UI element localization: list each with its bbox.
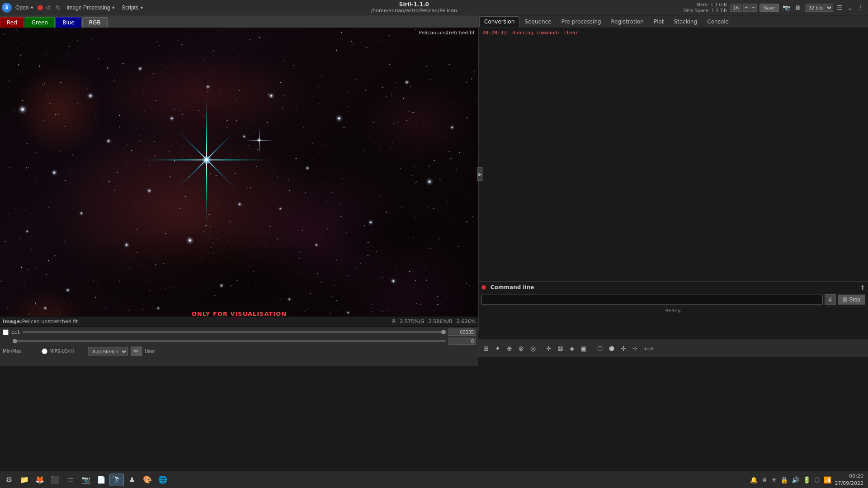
tool-grid-btn[interactable]: ⊗ — [516, 343, 527, 354]
tab-console[interactable]: Console — [702, 16, 734, 27]
threads-control: 16 + − — [730, 4, 757, 12]
thread-increase-button[interactable]: + — [743, 4, 750, 12]
tab-green[interactable]: Green — [25, 17, 55, 28]
taskbar-filemanager-app[interactable]: 🗂 — [63, 474, 78, 486]
redo-button[interactable]: ↻ — [54, 3, 63, 12]
mipslohi-label: MIPS-LO/HI — [49, 349, 85, 354]
taskbar-screenshot-app[interactable]: 📷 — [79, 474, 93, 486]
network-icon[interactable]: 📶 — [824, 476, 831, 483]
clock-date: 27/09/2022 — [835, 480, 863, 487]
tool-mask-btn[interactable]: ⬡ — [594, 343, 605, 354]
open-label: Open — [15, 5, 28, 11]
tool-paint-btn[interactable]: ⬢ — [606, 343, 617, 354]
autostretch-select[interactable]: AutoStretch HiSt LoSt — [88, 347, 128, 356]
tool-compass-btn[interactable]: ◎ — [528, 343, 538, 354]
cmd-label: Command line — [488, 283, 537, 291]
thread-decrease-button[interactable]: − — [750, 4, 757, 12]
taskbar-browser2-app[interactable]: 🌐 — [156, 474, 170, 486]
record-button[interactable] — [38, 5, 43, 10]
command-line-area: Command line ⬆ # Stop Ready. — [478, 281, 868, 331]
thread-count-input[interactable]: 16 — [730, 4, 742, 12]
taskbar-xboard-app[interactable]: ♟ — [125, 474, 139, 486]
undo-button[interactable]: ↺ — [44, 3, 53, 12]
cmd-hash-button[interactable]: # — [825, 294, 836, 305]
stop-label: Stop — [849, 296, 860, 303]
bottom-toolbar: ⊞ ✦ ⊕ ⊗ ◎ ✛ ⊠ ◈ ▣ ⬡ ⬢ ✛ ⊹ ⟺ — [478, 339, 868, 357]
tab-registration[interactable]: Registration — [606, 16, 649, 27]
tool-photometry-btn[interactable]: ✦ — [492, 343, 503, 354]
hamburger-icon-button[interactable]: ☰ — [836, 3, 844, 12]
more-icon-button[interactable]: ⋮ — [856, 3, 864, 12]
tool-zoom-fit-btn[interactable]: ◈ — [567, 343, 577, 354]
image-area[interactable]: Pelican-unstretched.fit ONLY FOR VISUALI… — [0, 28, 478, 326]
tab-stacking[interactable]: Stacking — [669, 16, 703, 27]
taskbar-terminal-app[interactable]: ⬛ — [48, 474, 62, 486]
cmd-export-icon[interactable]: ⬆ — [860, 284, 865, 291]
app-icon: S — [2, 3, 12, 13]
taskbar: ⚙ 📁 🦊 ⬛ 🗂 📷 📄 🔭 ♟ 🎨 🌐 🔔 🖥 ☀ 🔒 🔊 🔋 ⬡ 📶 00… — [0, 471, 868, 488]
taskbar-settings-app[interactable]: ⚙ — [2, 474, 16, 486]
tool-measure-btn[interactable]: ⟺ — [642, 343, 656, 354]
battery-icon[interactable]: 🔋 — [803, 476, 811, 483]
tab-plot[interactable]: Plot — [649, 16, 669, 27]
taskbar-gimp-app[interactable]: 🎨 — [140, 474, 155, 486]
taskbar-siril-app[interactable]: 🔭 — [109, 474, 124, 486]
channel-tabs: Red Green Blue RGB — [0, 15, 478, 28]
stop-icon — [843, 297, 847, 302]
lower-slider[interactable] — [13, 340, 446, 342]
mipslohi-radio[interactable] — [42, 348, 47, 354]
save-button[interactable]: Save — [760, 4, 779, 12]
brightness-icon[interactable]: ☀ — [771, 476, 777, 483]
tab-red[interactable]: Red — [0, 17, 24, 28]
tab-preprocessing[interactable]: Pre-processing — [556, 16, 606, 27]
cut-checkbox[interactable] — [3, 329, 9, 335]
tool-wcs-btn[interactable]: ⊕ — [504, 343, 515, 354]
image-filename-status: Pelican-unstretched.fit — [22, 319, 78, 324]
open-button[interactable]: Open ▼ — [13, 4, 37, 12]
tab-conversion[interactable]: Conversion — [479, 16, 519, 27]
tool-star-btn[interactable]: ✛ — [618, 343, 629, 354]
expand-icon-button[interactable]: ⌄ — [846, 3, 854, 12]
bluetooth-icon[interactable]: ⬡ — [814, 476, 820, 483]
clock: 00:20 27/09/2022 — [835, 473, 863, 487]
notification-icon[interactable]: 🔔 — [750, 476, 758, 483]
right-panel-tabs: Conversion Sequence Pre-processing Regis… — [478, 15, 868, 28]
tab-sequence[interactable]: Sequence — [519, 16, 556, 27]
tool-catalog-btn[interactable]: ⊹ — [630, 343, 641, 354]
tool-zoom-1-btn[interactable]: ▣ — [578, 343, 590, 354]
star-canvas — [0, 28, 478, 326]
taskbar-firefox-app[interactable]: 🦊 — [33, 474, 47, 486]
scripts-button[interactable]: Scripts ▼ — [119, 4, 146, 12]
toolbar-separator-1 — [541, 344, 541, 353]
cmd-stop-button[interactable]: Stop — [838, 295, 865, 305]
lower-slider-value[interactable] — [448, 338, 476, 345]
display-icon-button[interactable]: 🖥 — [794, 3, 802, 12]
upper-slider-row: cut — [3, 328, 476, 336]
tool-selection-btn[interactable]: ⊠ — [555, 343, 566, 354]
lock-icon[interactable]: 🔒 — [780, 476, 788, 483]
pencil-button[interactable]: ✏ — [131, 347, 142, 356]
tab-rgb[interactable]: RGB — [82, 17, 108, 28]
image-processing-button[interactable]: Image Processing ▼ — [64, 4, 118, 12]
upper-slider-value[interactable] — [448, 328, 476, 336]
display-sys-icon[interactable]: 🖥 — [761, 476, 768, 483]
secondary-star-glow — [257, 138, 261, 142]
taskbar-files-app[interactable]: 📁 — [17, 474, 32, 486]
minmax-label: Min/Max — [3, 349, 39, 354]
tab-blue[interactable]: Blue — [56, 17, 81, 28]
open-arrow-icon: ▼ — [30, 5, 34, 10]
tool-histogram-btn[interactable]: ⊞ — [481, 343, 491, 354]
sound-icon[interactable]: 🔊 — [792, 476, 799, 483]
command-input[interactable] — [481, 295, 823, 305]
camera-icon-button[interactable]: 📷 — [782, 3, 791, 12]
mem-label: Mem: 1.1 GiB — [684, 2, 727, 8]
right-panel-collapse-button[interactable]: ▶ — [477, 167, 483, 181]
tool-crop-btn[interactable]: ✛ — [543, 343, 554, 354]
upper-slider[interactable] — [23, 331, 446, 333]
status-bar: Image:Pelican-unstretched.fit R=2.575%/G… — [0, 316, 478, 326]
star-core — [205, 159, 208, 161]
app-path: /home/adrian/astro/Pelican/Pelican — [148, 8, 680, 14]
title-center: Siril-1.1.0 /home/adrian/astro/Pelican/P… — [148, 1, 680, 14]
bits-select[interactable]: 32 bits 16 bits — [805, 4, 833, 12]
taskbar-text-app[interactable]: 📄 — [94, 474, 108, 486]
